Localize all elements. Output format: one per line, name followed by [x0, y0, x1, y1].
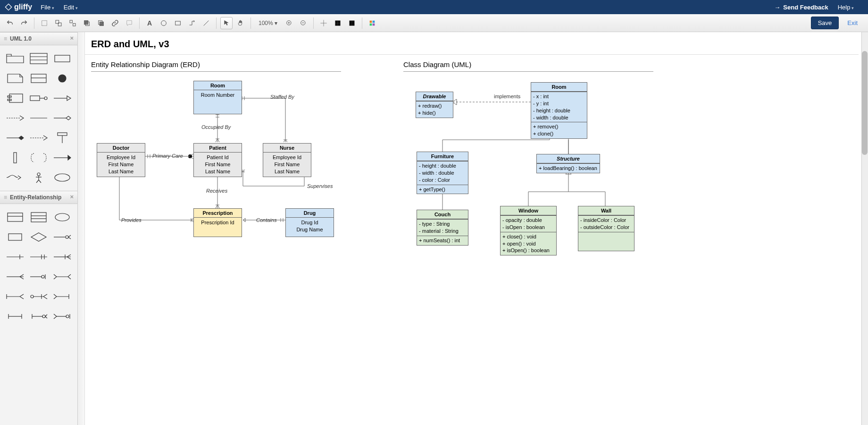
- uml-structure-class[interactable]: Structure + loadBearing() : boolean: [536, 154, 600, 173]
- uml-furniture-class[interactable]: Furniture - height : double - width : do…: [417, 152, 468, 194]
- er-many-many-line[interactable]: [51, 267, 74, 286]
- feedback-label: Send Feedback: [783, 4, 828, 11]
- scrollbar-thumb[interactable]: [862, 51, 868, 155]
- uml-activation-shape[interactable]: [4, 148, 26, 167]
- close-icon[interactable]: ×: [70, 34, 74, 42]
- er-zero-one-line[interactable]: [27, 267, 50, 286]
- uml-dependency-arrow[interactable]: [4, 109, 26, 128]
- uml-package-shape[interactable]: [4, 49, 26, 68]
- menu-file[interactable]: File: [41, 4, 54, 11]
- line-tool[interactable]: [200, 17, 212, 29]
- uml-lifeline-shape[interactable]: [51, 128, 74, 147]
- connector-tool[interactable]: [186, 17, 198, 29]
- zoom-level[interactable]: 100% ▾: [255, 20, 281, 26]
- close-icon[interactable]: ×: [70, 193, 74, 200]
- zoom-out-button[interactable]: [297, 17, 309, 29]
- svg-rect-59: [8, 234, 22, 240]
- bring-front-button[interactable]: [81, 17, 93, 29]
- text-tool[interactable]: A: [143, 17, 156, 29]
- er-zero-many-line[interactable]: [51, 228, 74, 246]
- uml-filled-circle-shape[interactable]: [51, 69, 74, 88]
- svg-rect-23: [373, 23, 375, 26]
- uml-interface-shape[interactable]: [27, 89, 50, 108]
- uml-component-shape[interactable]: [4, 89, 26, 108]
- send-feedback-link[interactable]: → Send Feedback: [774, 4, 828, 11]
- exit-link[interactable]: Exit: [847, 19, 858, 26]
- er-one-many-line[interactable]: [51, 247, 74, 266]
- er-many-line[interactable]: [4, 267, 26, 286]
- er-ellipse-shape[interactable]: [51, 208, 74, 227]
- uml-realization-arrow[interactable]: [27, 128, 50, 147]
- uml-state-shape[interactable]: [27, 148, 50, 167]
- er-many-zero-line[interactable]: [51, 307, 74, 326]
- uml-wall-class[interactable]: Wall - insideColor : Color - outsideColo…: [578, 206, 634, 251]
- erd-doctor-entity[interactable]: Doctor Employee Id First Name Last Name: [97, 143, 145, 177]
- group-button[interactable]: [52, 17, 65, 29]
- themes-button[interactable]: [366, 17, 378, 29]
- rel-label: Receives: [206, 188, 227, 194]
- comment-button[interactable]: [123, 17, 135, 29]
- vertical-scrollbar[interactable]: [861, 32, 868, 425]
- link-button[interactable]: [109, 17, 121, 29]
- panel-uml[interactable]: ≡ UML 1.0 ×: [0, 32, 77, 45]
- svg-point-9: [161, 20, 167, 26]
- uml-aggregation-arrow[interactable]: [51, 109, 74, 128]
- svg-rect-27: [55, 55, 70, 62]
- er-one-one-line[interactable]: [27, 247, 50, 266]
- circle-tool[interactable]: [158, 17, 170, 29]
- entity-attrs: Patient Id First Name Last Name: [194, 153, 242, 177]
- erd-room-entity[interactable]: Room Room Number: [193, 81, 242, 114]
- snap-button[interactable]: [317, 17, 330, 29]
- entity-attrs: Prescription Id: [194, 218, 242, 237]
- er-entity3-shape[interactable]: [27, 208, 50, 227]
- ungroup-button[interactable]: [67, 17, 79, 29]
- uml-drawable-class[interactable]: Drawable + redraw() + hide(): [416, 92, 453, 118]
- svg-rect-3: [70, 20, 72, 23]
- erd-nurse-entity[interactable]: Nurse Employee Id First Name Last Name: [263, 143, 311, 177]
- er-one-line[interactable]: [4, 247, 26, 266]
- save-button[interactable]: Save: [811, 17, 839, 29]
- er-rect-shape[interactable]: [4, 228, 26, 246]
- uml-arrow-shape[interactable]: [51, 148, 74, 167]
- panel-er[interactable]: ≡ Entity-Relationship ×: [0, 191, 77, 204]
- uml-couch-class[interactable]: Couch - type : String - material : Strin…: [417, 210, 468, 246]
- uml-composition-arrow[interactable]: [4, 128, 26, 147]
- menu-edit[interactable]: Edit: [64, 4, 78, 11]
- uml-rect-shape[interactable]: [51, 49, 74, 68]
- send-back-button[interactable]: [95, 17, 107, 29]
- er-one-zero-line[interactable]: [27, 307, 50, 326]
- pointer-tool[interactable]: [220, 17, 233, 29]
- menu-help[interactable]: Help: [838, 4, 854, 11]
- rect-tool[interactable]: [172, 17, 184, 29]
- redo-button[interactable]: [18, 17, 30, 29]
- uml-actor-shape[interactable]: [27, 168, 50, 187]
- undo-button[interactable]: [4, 17, 16, 29]
- uml-window-class[interactable]: Window - opacity : double - isOpen : boo…: [500, 206, 557, 255]
- select-all-button[interactable]: [38, 17, 50, 29]
- canvas[interactable]: ERD and UML, v3 Entity Relationship Diag…: [78, 32, 868, 425]
- pan-tool[interactable]: [234, 17, 247, 29]
- uml-generalization-arrow[interactable]: [51, 89, 74, 108]
- er-zero-many2-line[interactable]: [27, 287, 50, 306]
- uml-room-class[interactable]: Room - x : int - y : int - height : doub…: [531, 82, 587, 139]
- er-shapes: [0, 204, 77, 330]
- er-diamond-shape[interactable]: [27, 228, 50, 246]
- uml-return-arrow[interactable]: [4, 168, 26, 187]
- uml-class-shape[interactable]: [27, 49, 50, 68]
- uml-usecase-shape[interactable]: [51, 168, 74, 187]
- document-title[interactable]: ERD and UML, v3: [78, 32, 859, 55]
- uml-object-shape[interactable]: [27, 69, 50, 88]
- er-one-one2-line[interactable]: [4, 307, 26, 326]
- guides-button[interactable]: [346, 17, 358, 29]
- er-entity-shape[interactable]: [4, 208, 26, 227]
- class-ops: + close() : void + open() : void + isOpe…: [501, 232, 556, 255]
- zoom-in-button[interactable]: [283, 17, 295, 29]
- er-many-one-line[interactable]: [51, 287, 74, 306]
- erd-drug-entity[interactable]: Drug Drug Id Drug Name: [285, 208, 334, 237]
- er-one-many2-line[interactable]: [4, 287, 26, 306]
- erd-patient-entity[interactable]: Patient Patient Id First Name Last Name: [193, 143, 242, 177]
- uml-note-shape[interactable]: [4, 69, 26, 88]
- grid-button[interactable]: [332, 17, 344, 29]
- uml-association-line[interactable]: [27, 109, 50, 128]
- erd-prescription-entity[interactable]: Prescription Prescription Id: [193, 208, 242, 237]
